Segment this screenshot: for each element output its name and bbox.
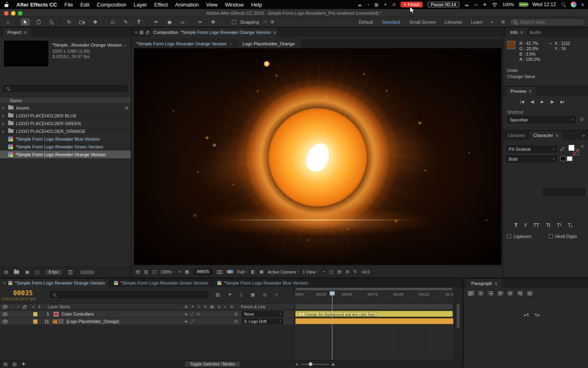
- menu-animation[interactable]: Animation: [175, 2, 199, 8]
- faux-bold-button[interactable]: T: [514, 222, 517, 229]
- backup-cloud-icon[interactable]: ☁: [464, 2, 469, 7]
- snap-magnet-icon[interactable]: ∩: [263, 20, 267, 24]
- swap-fill-stroke-icon[interactable]: ↺: [581, 145, 584, 148]
- help-search[interactable]: [509, 18, 585, 26]
- layer-row-color-controllers[interactable]: 1 Color Controllers ◈╱fx ◎ None▾: [0, 311, 294, 317]
- selection-tool-icon[interactable]: [21, 18, 30, 26]
- lock-column-icon[interactable]: [23, 306, 26, 309]
- toggle-switches-modes-button[interactable]: Toggle Switches / Modes: [185, 361, 241, 367]
- menu-help[interactable]: Help: [251, 2, 262, 8]
- menu-file[interactable]: File: [65, 2, 73, 8]
- roi-icon[interactable]: ⌗: [178, 269, 181, 274]
- project-search-field[interactable]: [3, 85, 127, 92]
- view-layout-dropdown[interactable]: 1 View▾: [303, 269, 318, 274]
- hand-tool-icon[interactable]: [34, 18, 43, 26]
- panel-menu-icon[interactable]: ≡: [520, 30, 523, 35]
- exposure-value[interactable]: +0.0: [361, 269, 370, 274]
- camera-tool-icon[interactable]: [78, 18, 87, 26]
- superscript-button[interactable]: T¹: [557, 222, 561, 229]
- panel-menu-icon[interactable]: ≡: [24, 30, 26, 35]
- resolution-dropdown[interactable]: Full▾: [237, 269, 247, 274]
- quality-switch-icon[interactable]: ╱: [191, 312, 193, 316]
- layer-visibility-icon[interactable]: [2, 312, 8, 316]
- help-search-input[interactable]: [520, 20, 577, 25]
- timeline-zoom-slider[interactable]: [301, 364, 329, 365]
- workspace-grid-icon[interactable]: ⊞: [501, 20, 505, 24]
- quality-switch-icon[interactable]: ╲: [198, 305, 200, 309]
- composition-tab[interactable]: Composition *Simple Form Logo Revealer O…: [151, 28, 277, 37]
- hindi-digits-checkbox[interactable]: [549, 234, 553, 238]
- panel-menu-icon[interactable]: ≡: [529, 89, 531, 94]
- graph-editor-icon[interactable]: ≈: [275, 292, 278, 297]
- type-tool-icon[interactable]: T: [134, 18, 143, 26]
- close-icon[interactable]: ×: [135, 30, 137, 35]
- next-frame-button[interactable]: |▶: [550, 100, 554, 104]
- index-column-header[interactable]: #: [38, 305, 41, 309]
- chevron-right-icon[interactable]: ▸: [2, 106, 6, 110]
- chevron-down-icon[interactable]: ▾: [125, 44, 126, 47]
- cloud-icon[interactable]: ☁: [357, 2, 362, 7]
- motion-blur-icon[interactable]: ◎: [263, 292, 267, 297]
- snapshot-camera-icon[interactable]: [217, 270, 223, 274]
- solo-column-icon[interactable]: ○: [17, 305, 19, 309]
- layer-label-color[interactable]: [33, 319, 38, 324]
- frame-blending-icon[interactable]: ▦: [251, 292, 255, 297]
- zoom-tool-icon[interactable]: [47, 18, 56, 26]
- breadcrumb-parent-comp[interactable]: *Simple Form Logo Revealer Orange Versio…: [131, 39, 236, 48]
- menu-view[interactable]: View: [206, 2, 218, 8]
- project-item-comp-orange-selected[interactable]: *Simple Form Logo Revealer Orange Versio…: [0, 150, 131, 158]
- zoom-in-mountain-icon[interactable]: [332, 363, 335, 366]
- layer-name[interactable]: Color Controllers: [62, 312, 94, 316]
- more-workspaces-icon[interactable]: »: [491, 20, 493, 24]
- creative-cloud-icon[interactable]: ◔: [367, 2, 370, 7]
- siri-icon[interactable]: [571, 2, 577, 7]
- apple-menu[interactable]: [4, 2, 9, 7]
- justify-last-right-button[interactable]: [516, 290, 524, 296]
- window-manager-icon[interactable]: ✚: [483, 2, 486, 7]
- horizontal-scrollbar[interactable]: [80, 270, 95, 274]
- wifi-icon[interactable]: [492, 2, 498, 7]
- reset-exposure-icon[interactable]: ↻: [353, 269, 357, 274]
- roto-brush-tool-icon[interactable]: ✂: [196, 18, 205, 26]
- fx-badge-icon[interactable]: fx: [197, 312, 200, 316]
- eyedropper-icon[interactable]: [560, 146, 565, 152]
- menu-effect[interactable]: Effect: [154, 2, 168, 8]
- work-area-bar[interactable]: [295, 304, 453, 310]
- add-icon[interactable]: ✚: [22, 362, 25, 366]
- pen-tool-icon[interactable]: ✎: [121, 18, 130, 26]
- pickwhip-icon[interactable]: ◎: [234, 319, 238, 323]
- playhead-line[interactable]: [332, 291, 332, 360]
- close-icon[interactable]: ×: [3, 281, 6, 285]
- timeline-tab-orange[interactable]: × *Simple Form Logo Revealer Orange Vers…: [0, 279, 108, 287]
- menu-bar-clock[interactable]: Wed 12:12: [532, 2, 556, 7]
- previous-frame-button[interactable]: ◀|: [530, 100, 534, 104]
- menu-edit[interactable]: Edit: [80, 2, 89, 8]
- eraser-tool-icon[interactable]: ▱: [178, 18, 187, 26]
- libraries-tab[interactable]: Libraries: [506, 133, 527, 138]
- project-item-comp-blue[interactable]: *Simple Form Logo Revealer Blue Version: [0, 135, 131, 143]
- breadcrumb-current-comp[interactable]: Logo Placeholder_Orange: [236, 39, 300, 48]
- panel-menu-icon[interactable]: ≡: [273, 30, 276, 35]
- zoom-out-mountain-icon[interactable]: [296, 363, 298, 365]
- spotlight-icon[interactable]: [561, 2, 566, 7]
- draft-3d-icon[interactable]: ✦: [228, 292, 232, 297]
- expand-panel-icon[interactable]: ▤: [3, 362, 7, 366]
- workspace-default[interactable]: Default: [359, 20, 373, 25]
- text-direction-rtl-icon[interactable]: ¶◂: [535, 312, 539, 318]
- view-dropdown[interactable]: Active Camera▾: [268, 269, 298, 274]
- motion-blur-switch-icon[interactable]: ◎: [217, 305, 220, 309]
- timeline-search-field[interactable]: [50, 291, 208, 298]
- frame-blend-switch-icon[interactable]: ▦: [210, 305, 214, 309]
- snapshot-icon[interactable]: ▤: [136, 269, 140, 274]
- project-item-folder-orange[interactable]: ▸ LOGO PLACEHOLDER_ORANGE: [0, 127, 131, 135]
- fast-previews-icon[interactable]: ◫: [329, 269, 333, 274]
- panel-menu-icon[interactable]: ≡: [555, 133, 558, 138]
- justify-last-left-button[interactable]: [497, 290, 504, 296]
- timeline-button-icon[interactable]: ▤: [337, 269, 341, 274]
- notification-center-icon[interactable]: ≡: [581, 2, 584, 7]
- project-item-assets[interactable]: ▸ Assets ⧉: [0, 104, 131, 112]
- color-depth-button[interactable]: 8 bpc: [45, 269, 62, 275]
- pan-behind-tool-icon[interactable]: ✥: [91, 18, 100, 26]
- project-item-folder-green[interactable]: ▸ LOGO PLACEHOLDER GREEN: [0, 119, 131, 127]
- first-frame-button[interactable]: |◀: [520, 100, 524, 104]
